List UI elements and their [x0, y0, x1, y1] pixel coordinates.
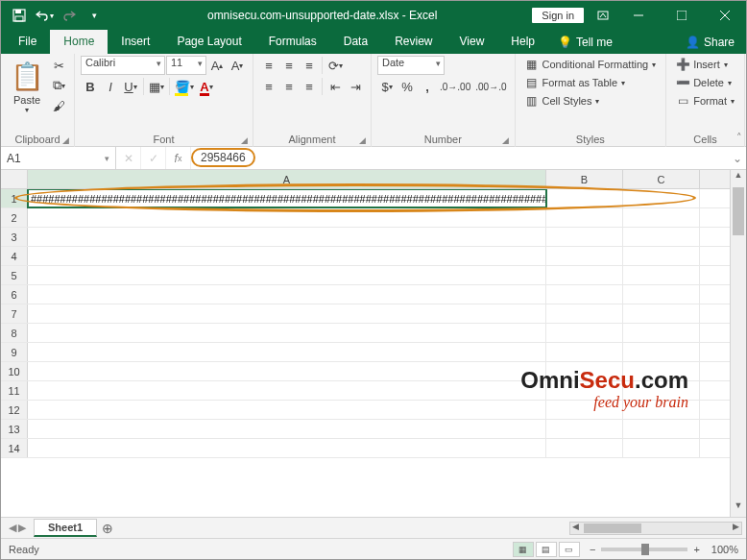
cancel-formula-icon[interactable]: ✕: [116, 147, 141, 169]
zoom-out-button[interactable]: −: [590, 544, 595, 555]
conditional-formatting-button[interactable]: ▦Conditional Formatting▾: [521, 56, 661, 73]
save-icon[interactable]: [9, 5, 30, 26]
decrease-indent-button[interactable]: ⇤: [325, 77, 345, 96]
sheet-nav-prev-icon[interactable]: ◀: [9, 522, 16, 534]
row-header[interactable]: 5: [1, 266, 28, 284]
bold-button[interactable]: B: [81, 77, 100, 96]
vertical-scrollbar[interactable]: ▲ ▼: [730, 170, 746, 517]
name-box[interactable]: A1▾: [1, 147, 116, 169]
increase-indent-button[interactable]: ⇥: [346, 77, 365, 96]
column-header-a[interactable]: A: [28, 170, 546, 188]
row-header[interactable]: 12: [1, 401, 28, 419]
underline-button[interactable]: U▾: [121, 77, 140, 96]
expand-formula-bar-icon[interactable]: ⌄: [729, 152, 746, 165]
cell[interactable]: [546, 343, 623, 361]
cell[interactable]: [546, 228, 623, 246]
zoom-level[interactable]: 100%: [711, 544, 738, 555]
cell-a1[interactable]: ########################################…: [28, 189, 546, 207]
horizontal-scrollbar[interactable]: ◀ ▶: [569, 522, 742, 535]
scroll-down-icon[interactable]: ▼: [731, 500, 746, 517]
zoom-slider[interactable]: [601, 548, 687, 551]
cell[interactable]: [623, 189, 700, 207]
row-header[interactable]: 6: [1, 285, 28, 304]
cell[interactable]: [623, 324, 700, 342]
cell[interactable]: [546, 208, 623, 227]
increase-decimal-button[interactable]: .0→.00: [438, 77, 472, 96]
cell[interactable]: [28, 381, 546, 400]
tab-file[interactable]: File: [5, 30, 50, 54]
cell[interactable]: [28, 324, 546, 342]
format-cells-button[interactable]: ▭Format▾: [672, 92, 738, 110]
formula-input[interactable]: 2958466: [191, 147, 729, 169]
close-button[interactable]: [703, 1, 746, 30]
cell[interactable]: [28, 401, 546, 419]
sign-in-button[interactable]: Sign in: [532, 8, 584, 23]
italic-button[interactable]: I: [101, 77, 120, 96]
row-header[interactable]: 3: [1, 228, 28, 246]
undo-button[interactable]: ▾: [34, 5, 55, 26]
cell[interactable]: [28, 343, 546, 361]
sheet-nav-next-icon[interactable]: ▶: [18, 522, 26, 534]
row-header[interactable]: 1: [1, 189, 28, 207]
scroll-left-icon[interactable]: ◀: [572, 522, 579, 531]
cell[interactable]: [623, 266, 700, 284]
percent-format-button[interactable]: %: [398, 77, 417, 96]
cell[interactable]: [546, 189, 623, 207]
cell[interactable]: [28, 228, 546, 246]
cut-button[interactable]: ✂: [49, 56, 68, 75]
new-sheet-button[interactable]: ⊕: [97, 521, 118, 536]
tab-help[interactable]: Help: [497, 30, 548, 54]
cell[interactable]: [623, 208, 700, 227]
insert-function-icon[interactable]: fx: [166, 147, 191, 169]
tab-home[interactable]: Home: [50, 30, 108, 54]
increase-font-button[interactable]: A▴: [207, 56, 227, 75]
format-painter-button[interactable]: 🖌: [49, 96, 68, 115]
zoom-in-button[interactable]: +: [693, 544, 699, 555]
tab-formulas[interactable]: Formulas: [255, 30, 330, 54]
cell[interactable]: [623, 439, 700, 457]
cell[interactable]: [546, 285, 623, 304]
select-all-button[interactable]: [1, 170, 28, 188]
cell[interactable]: [623, 362, 700, 380]
cell[interactable]: [546, 381, 623, 400]
clipboard-launcher-icon[interactable]: ◢: [60, 135, 70, 145]
row-header[interactable]: 11: [1, 381, 28, 400]
align-right-button[interactable]: ≡: [300, 77, 319, 96]
alignment-launcher-icon[interactable]: ◢: [357, 135, 367, 145]
orientation-button[interactable]: ⟳▾: [325, 56, 345, 75]
cell[interactable]: [546, 420, 623, 438]
cell[interactable]: [546, 362, 623, 380]
align-center-button[interactable]: ≡: [279, 77, 299, 96]
cell[interactable]: [28, 208, 546, 227]
tab-insert[interactable]: Insert: [108, 30, 163, 54]
scroll-right-icon[interactable]: ▶: [733, 522, 739, 531]
cell[interactable]: [28, 439, 546, 457]
cell[interactable]: [546, 304, 623, 323]
font-color-button[interactable]: A▾: [197, 77, 216, 96]
row-header[interactable]: 4: [1, 247, 28, 265]
cell[interactable]: [28, 420, 546, 438]
cell[interactable]: [28, 266, 546, 284]
align-left-button[interactable]: ≡: [259, 77, 278, 96]
tell-me-button[interactable]: 💡Tell me: [548, 30, 622, 54]
cell[interactable]: [546, 266, 623, 284]
cell[interactable]: [546, 401, 623, 419]
cell[interactable]: [28, 304, 546, 323]
row-header[interactable]: 2: [1, 208, 28, 227]
fill-color-button[interactable]: 🪣▾: [173, 77, 196, 96]
cell[interactable]: [546, 439, 623, 457]
normal-view-button[interactable]: ▦: [513, 542, 534, 557]
scroll-up-icon[interactable]: ▲: [731, 170, 746, 186]
borders-button[interactable]: ▦▾: [147, 77, 166, 96]
number-format-select[interactable]: Date: [377, 56, 445, 75]
cell[interactable]: [623, 247, 700, 265]
cell[interactable]: [546, 247, 623, 265]
ribbon-display-options-icon[interactable]: [590, 2, 616, 29]
tab-page-layout[interactable]: Page Layout: [163, 30, 254, 54]
decrease-decimal-button[interactable]: .00→.0: [473, 77, 508, 96]
scroll-thumb[interactable]: [584, 523, 641, 533]
row-header[interactable]: 14: [1, 439, 28, 457]
cell[interactable]: [623, 343, 700, 361]
accounting-format-button[interactable]: $▾: [377, 77, 397, 96]
row-header[interactable]: 8: [1, 324, 28, 342]
